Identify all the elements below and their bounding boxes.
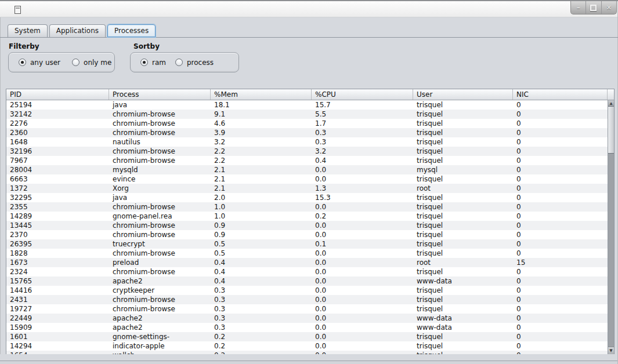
- cell-pid: 14289: [6, 212, 109, 221]
- table-row[interactable]: 7967 chromium-browse 2.2 0.4 trisquel 0: [6, 156, 608, 165]
- cell-cpu: 15.3: [312, 193, 413, 202]
- table-row[interactable]: 2360 chromium-browse 3.9 0.3 trisquel 0: [6, 128, 608, 137]
- cell-process: chromium-browse: [109, 128, 211, 137]
- cell-process: apache2: [109, 314, 211, 323]
- table-row[interactable]: 2324 chromium-browse 0.4 0.0 trisquel 0: [6, 267, 608, 276]
- cell-process: chromium-browse: [109, 304, 211, 314]
- column-header-label: %Mem: [214, 90, 238, 99]
- tab-applications[interactable]: Applications: [49, 24, 106, 37]
- column-header--cpu[interactable]: %CPU: [312, 89, 413, 100]
- cell-pid: 25194: [6, 100, 109, 110]
- radio-any-user[interactable]: any user: [19, 59, 60, 67]
- table-row[interactable]: 32196 chromium-browse 2.2 3.2 trisquel 0: [6, 147, 608, 156]
- cell-pid: 26395: [6, 239, 109, 249]
- cell-pid: 7967: [6, 156, 109, 165]
- cell-cpu: 0.3: [312, 128, 413, 137]
- cell-pid: 1372: [6, 184, 109, 193]
- radio-only-me[interactable]: only me: [72, 59, 111, 67]
- column-header-user[interactable]: User: [413, 89, 513, 100]
- close-button[interactable]: ✕: [601, 1, 616, 14]
- cell-cpu: 0.0: [312, 332, 413, 341]
- cell-user: trisquel: [413, 128, 513, 137]
- cell-user: mysql: [413, 165, 513, 174]
- table-row[interactable]: 19727 chromium-browse 0.3 0.0 trisquel 0: [6, 304, 608, 314]
- table-row[interactable]: 25194 java 18.1 15.7 trisquel 0: [6, 100, 608, 110]
- cell-user: trisquel: [413, 110, 513, 119]
- cell-pid: 32142: [6, 110, 109, 119]
- cell-pid: 2276: [6, 119, 109, 128]
- table-row[interactable]: 15765 apache2 0.4 0.0 www-data 0: [6, 276, 608, 286]
- table-row[interactable]: 2276 chromium-browse 4.6 1.7 trisquel 0: [6, 119, 608, 128]
- cell-process: chromium-browse: [109, 110, 211, 119]
- cell-pid: 14416: [6, 286, 109, 295]
- cell-pid: 2370: [6, 230, 109, 239]
- table-row[interactable]: 1648 nautilus 3.2 0.3 trisquel 0: [6, 137, 608, 147]
- cell-mem: 0.9: [211, 230, 312, 239]
- column-header-label: NIC: [516, 90, 529, 99]
- radio-process[interactable]: process: [175, 59, 214, 67]
- cell-nic: 0: [513, 212, 608, 221]
- cell-user: trisquel: [413, 156, 513, 165]
- radio-ram[interactable]: ram: [140, 59, 166, 67]
- cell-process: chromium-browse: [109, 295, 211, 304]
- filterby-group: any user only me: [8, 52, 115, 72]
- scroll-down-icon[interactable]: ▼: [608, 347, 614, 354]
- table-row[interactable]: 6663 evince 2.1 0.0 trisquel 0: [6, 174, 608, 184]
- cell-pid: 1648: [6, 137, 109, 147]
- cell-mem: 9.1: [211, 110, 312, 119]
- title-bar[interactable]: – ✕: [0, 1, 618, 17]
- cell-nic: 0: [513, 304, 608, 314]
- table-row[interactable]: 2355 chromium-browse 1.0 0.0 trisquel 0: [6, 202, 608, 212]
- minimize-button[interactable]: –: [571, 1, 586, 14]
- radio-label: any user: [30, 59, 60, 67]
- table-row[interactable]: 13445 chromium-browse 0.9 0.0 trisquel 0: [6, 221, 608, 230]
- maximize-button[interactable]: [586, 1, 601, 14]
- table-row[interactable]: 2431 chromium-browse 0.3 0.0 trisquel 0: [6, 295, 608, 304]
- cell-user: trisquel: [413, 174, 513, 184]
- table-row[interactable]: 32142 chromium-browse 9.1 5.5 trisquel 0: [6, 110, 608, 119]
- table-row[interactable]: 14416 cryptkeeper 0.3 0.0 trisquel 0: [6, 286, 608, 295]
- table-row[interactable]: 26395 truecrypt 0.5 0.1 trisquel 0: [6, 239, 608, 249]
- cell-cpu: 0.2: [312, 212, 413, 221]
- column-header-label: Process: [113, 90, 139, 99]
- table-row[interactable]: 1673 preload 0.4 0.0 root 15: [6, 258, 608, 267]
- table-row[interactable]: 1828 chromium-browse 0.5 0.0 trisquel 0: [6, 249, 608, 258]
- table-row[interactable]: 28004 mysqld 2.1 0.0 mysql 0: [6, 165, 608, 174]
- table-row[interactable]: 1372 Xorg 2.1 1.3 root 0: [6, 184, 608, 193]
- table-row[interactable]: 15909 apache2 0.3 0.0 www-data 0: [6, 323, 608, 332]
- cell-process: preload: [109, 258, 211, 267]
- cell-process: evince: [109, 174, 211, 184]
- cell-process: apache2: [109, 276, 211, 286]
- cell-pid: 28004: [6, 165, 109, 174]
- cell-user: trisquel: [413, 295, 513, 304]
- cell-nic: 0: [513, 174, 608, 184]
- column-header-nic[interactable]: NIC: [513, 89, 608, 100]
- column-header-process[interactable]: Process: [109, 89, 211, 100]
- table-row[interactable]: 32295 java 2.0 15.3 trisquel 0: [6, 193, 608, 202]
- table-row[interactable]: 14294 indicator-apple 0.2 0.0 trisquel 0: [6, 341, 608, 351]
- cell-nic: 0: [513, 147, 608, 156]
- cell-mem: 18.1: [211, 100, 312, 110]
- cell-mem: 0.4: [211, 258, 312, 267]
- cell-mem: 0.3: [211, 323, 312, 332]
- column-header-pid[interactable]: PID: [6, 89, 109, 100]
- tab-divider: [0, 37, 618, 38]
- table-row[interactable]: 14289 gnome-panel.rea 1.0 0.2 trisquel 0: [6, 212, 608, 221]
- table-row[interactable]: 1601 gnome-settings- 0.2 0.0 trisquel 0: [6, 332, 608, 341]
- vertical-scrollbar[interactable]: ▲ ▼: [608, 100, 614, 354]
- cell-cpu: 0.0: [312, 341, 413, 351]
- scrollbar-thumb[interactable]: [608, 106, 614, 154]
- cell-user: root: [413, 258, 513, 267]
- cell-pid: 6663: [6, 174, 109, 184]
- tab-system[interactable]: System: [8, 24, 48, 37]
- cell-user: trisquel: [413, 119, 513, 128]
- table-row[interactable]: 2370 chromium-browse 0.9 0.0 trisquel 0: [6, 230, 608, 239]
- cell-process: apache2: [109, 323, 211, 332]
- tab-processes[interactable]: Processes: [107, 24, 156, 37]
- cell-nic: 0: [513, 295, 608, 304]
- scroll-up-icon[interactable]: ▲: [608, 100, 614, 105]
- column-header--mem[interactable]: %Mem: [211, 89, 312, 100]
- cell-mem: 0.3: [211, 304, 312, 314]
- table-row[interactable]: 22449 apache2 0.3 0.0 www-data 0: [6, 314, 608, 323]
- cell-process: gnome-settings-: [109, 332, 211, 341]
